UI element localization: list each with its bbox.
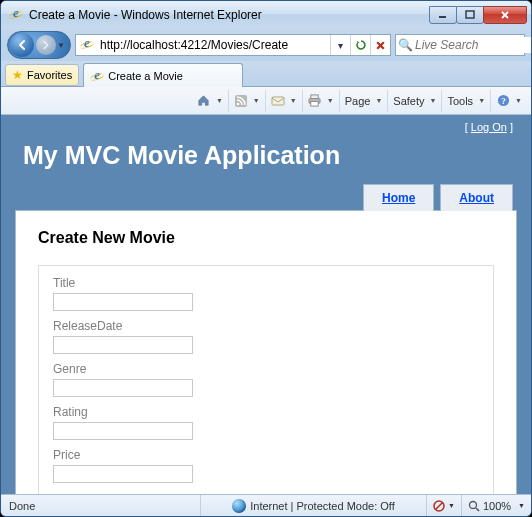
print-cmd[interactable]: ▼ — [302, 90, 339, 112]
rss-icon — [234, 94, 248, 108]
genre-label: Genre — [53, 362, 479, 376]
status-seg-1[interactable]: ▼ — [427, 495, 462, 516]
svg-rect-7 — [311, 101, 318, 106]
zoom-control[interactable]: 100% ▼ — [462, 495, 531, 516]
svg-point-3 — [237, 102, 240, 105]
mail-icon — [271, 94, 285, 108]
window-buttons — [430, 6, 527, 24]
search-provider-icon[interactable]: 🔍 — [398, 38, 413, 52]
favorites-button[interactable]: ★ Favorites — [5, 64, 79, 86]
url-input[interactable] — [98, 36, 330, 54]
title-input[interactable] — [53, 293, 193, 311]
releasedate-input[interactable] — [53, 336, 193, 354]
home-cmd[interactable]: ▼ — [192, 90, 228, 112]
navigation-bar: ▼ ▾ 🔍 🔍 — [1, 29, 531, 61]
app-title: My MVC Movie Application — [1, 133, 531, 184]
price-label: Price — [53, 448, 479, 462]
tab-favicon — [90, 69, 104, 83]
status-bar: Done Internet | Protected Mode: Off ▼ 10… — [1, 494, 531, 516]
block-icon — [433, 500, 445, 512]
main-panel: Create New Movie Title ReleaseDate Genre — [15, 210, 517, 494]
stop-button[interactable] — [370, 35, 390, 55]
zoom-value: 100% — [483, 500, 511, 512]
safety-cmd[interactable]: Safety▼ — [387, 90, 441, 112]
globe-icon — [232, 499, 246, 513]
status-zone[interactable]: Internet | Protected Mode: Off — [201, 495, 427, 516]
protected-mode-label: Internet | Protected Mode: Off — [250, 500, 395, 512]
window-title: Create a Movie - Windows Internet Explor… — [29, 8, 430, 22]
svg-point-12 — [469, 501, 476, 508]
feeds-cmd[interactable]: ▼ — [228, 90, 265, 112]
back-button[interactable] — [10, 33, 34, 57]
help-cmd[interactable]: ? ▼ — [490, 90, 527, 112]
nav-back-forward-group: ▼ — [7, 31, 71, 59]
svg-line-11 — [435, 502, 442, 509]
browser-tab[interactable]: Create a Movie — [83, 63, 243, 87]
svg-rect-4 — [272, 97, 284, 105]
safety-label: Safety — [393, 95, 424, 107]
page-body: [ Log On ] My MVC Movie Application Home… — [1, 115, 531, 494]
rating-input[interactable] — [53, 422, 193, 440]
price-input[interactable] — [53, 465, 193, 483]
command-bar: ▼ ▼ ▼ ▼ Page▼ Safety▼ Tools▼ ? — [1, 87, 531, 115]
favorites-label: Favorites — [27, 69, 72, 81]
tools-label: Tools — [447, 95, 473, 107]
maximize-button[interactable] — [456, 6, 484, 24]
tab-about[interactable]: About — [440, 184, 513, 211]
tools-cmd[interactable]: Tools▼ — [441, 90, 490, 112]
page-heading: Create New Movie — [38, 229, 494, 247]
refresh-button[interactable] — [350, 35, 370, 55]
star-icon: ★ — [12, 68, 23, 82]
svg-rect-5 — [311, 95, 318, 99]
recent-pages-dropdown[interactable]: ▼ — [56, 41, 66, 50]
search-input[interactable] — [413, 37, 532, 53]
form-fieldset: Title ReleaseDate Genre Rating — [38, 265, 494, 494]
title-label: Title — [53, 276, 479, 290]
ie-icon — [9, 7, 25, 23]
page-label: Page — [345, 95, 371, 107]
tab-home[interactable]: Home — [363, 184, 434, 211]
minimize-button[interactable] — [429, 6, 457, 24]
status-text: Done — [1, 495, 201, 516]
releasedate-label: ReleaseDate — [53, 319, 479, 333]
logon-link[interactable]: Log On — [471, 121, 507, 133]
home-icon — [197, 94, 211, 108]
tab-row: ★ Favorites Create a Movie — [1, 61, 531, 87]
site-favicon — [80, 37, 96, 53]
print-icon — [308, 94, 322, 108]
page-viewport[interactable]: [ Log On ] My MVC Movie Application Home… — [1, 115, 531, 494]
page-cmd[interactable]: Page▼ — [339, 90, 388, 112]
close-button[interactable] — [483, 6, 527, 24]
mail-cmd[interactable]: ▼ — [265, 90, 302, 112]
tab-title: Create a Movie — [108, 70, 183, 82]
genre-input[interactable] — [53, 379, 193, 397]
svg-line-13 — [476, 508, 479, 511]
svg-rect-1 — [466, 11, 474, 18]
svg-text:?: ? — [501, 96, 506, 106]
address-dropdown[interactable]: ▾ — [330, 35, 350, 55]
rating-label: Rating — [53, 405, 479, 419]
logon-area: [ Log On ] — [1, 115, 531, 133]
address-bar: ▾ — [75, 34, 391, 56]
nav-tabs: Home About — [1, 184, 531, 211]
search-bar: 🔍 🔍 — [395, 34, 525, 56]
zoom-icon — [468, 500, 480, 512]
help-icon: ? — [496, 94, 510, 108]
titlebar: Create a Movie - Windows Internet Explor… — [1, 1, 531, 29]
forward-button[interactable] — [36, 35, 56, 55]
ie-window: Create a Movie - Windows Internet Explor… — [0, 0, 532, 517]
